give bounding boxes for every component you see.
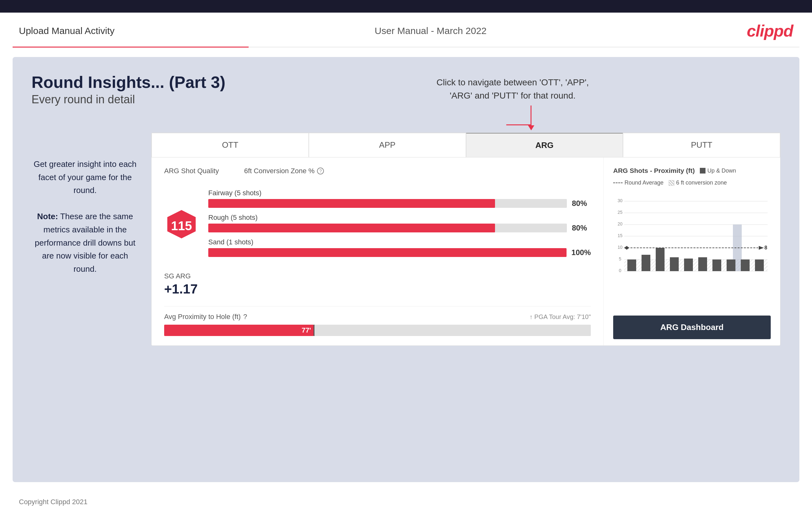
bar-pct-fairway: 80% bbox=[208, 199, 591, 208]
bar-pct-rough: 80% bbox=[208, 224, 591, 232]
clippd-logo: clippd bbox=[747, 21, 793, 40]
tab-arg[interactable]: ARG bbox=[466, 133, 623, 157]
proximity-info-icon[interactable]: ? bbox=[243, 313, 247, 321]
bar-pct-sand: 100% bbox=[208, 248, 591, 257]
bar-label-sand: Sand (1 shots) bbox=[208, 238, 591, 246]
center-label: User Manual - March 2022 bbox=[375, 25, 487, 36]
svg-rect-27 bbox=[755, 260, 764, 271]
panel-body: ARG Shot Quality 6ft Conversion Zone % ? bbox=[152, 158, 780, 345]
insight-text: Get greater insight into each facet of y… bbox=[32, 158, 139, 276]
main-content: Round Insights... (Part 3) Every round i… bbox=[13, 57, 799, 482]
bar-row-fairway: Fairway (5 shots) 80% bbox=[208, 189, 591, 208]
bar-fill-rough bbox=[208, 224, 495, 232]
proximity-bar-value: 77' bbox=[302, 326, 311, 334]
bar-pct-value-fairway: 80% bbox=[572, 199, 591, 208]
page-title: Round Insights... (Part 3) bbox=[32, 73, 780, 92]
top-bar bbox=[0, 0, 812, 13]
hex-score-row: 115 Fairway (5 shots) 80% bbox=[164, 189, 591, 263]
sg-value: +1.17 bbox=[164, 282, 591, 297]
svg-text:20: 20 bbox=[618, 221, 623, 226]
sg-section: SG ARG +1.17 bbox=[164, 272, 591, 297]
dashboard-panel: OTT APP ARG PUTT ARG Shot Quality 6ft Co… bbox=[151, 132, 780, 346]
hex-score: 115 bbox=[164, 209, 199, 243]
arrow-v bbox=[530, 106, 531, 124]
svg-rect-26 bbox=[741, 260, 750, 271]
svg-rect-24 bbox=[712, 260, 721, 271]
svg-rect-17 bbox=[627, 260, 636, 271]
proximity-cursor bbox=[313, 325, 314, 336]
arrow-container bbox=[437, 106, 589, 130]
nav-annotation: Click to navigate between 'OTT', 'APP','… bbox=[437, 76, 589, 130]
bars-section: Fairway (5 shots) 80% Rough (5 shots) bbox=[208, 189, 591, 263]
arrow-down bbox=[528, 125, 535, 130]
hex-number: 115 bbox=[171, 219, 192, 233]
arrow-h bbox=[506, 124, 531, 125]
proximity-header: Avg Proximity to Hole (ft) ? ↑ PGA Tour … bbox=[164, 313, 591, 321]
tab-putt[interactable]: PUTT bbox=[623, 133, 780, 157]
svg-text:8: 8 bbox=[764, 245, 767, 250]
header-divider bbox=[13, 47, 799, 48]
chart-area: 0 5 10 15 20 25 30 bbox=[613, 192, 771, 313]
bar-pct-value-rough: 80% bbox=[572, 224, 591, 232]
shot-quality-label: ARG Shot Quality bbox=[164, 167, 219, 175]
bar-row-sand: Sand (1 shots) 100% bbox=[208, 238, 591, 257]
conversion-label: 6ft Conversion Zone % ? bbox=[244, 167, 324, 175]
svg-text:10: 10 bbox=[618, 245, 623, 250]
legend-6ft: 6 ft conversion zone bbox=[669, 179, 727, 186]
copyright: Copyright Clippd 2021 bbox=[19, 498, 88, 506]
tab-app[interactable]: APP bbox=[309, 133, 466, 157]
bar-pct-value-sand: 100% bbox=[571, 248, 591, 257]
svg-rect-25 bbox=[727, 260, 735, 271]
bar-track-rough bbox=[208, 224, 567, 232]
proximity-bar-fill: 77' bbox=[164, 325, 313, 336]
svg-rect-18 bbox=[642, 255, 650, 271]
legend-hatched-icon bbox=[669, 180, 674, 186]
bar-track-fairway bbox=[208, 199, 567, 208]
legend-round-avg: Round Average bbox=[613, 179, 664, 186]
proximity-label: Avg Proximity to Hole (ft) ? bbox=[164, 313, 247, 321]
arg-dashboard-button[interactable]: ARG Dashboard bbox=[613, 316, 771, 339]
upload-label: Upload Manual Activity bbox=[19, 25, 115, 36]
legend-dashed-icon bbox=[613, 182, 623, 183]
bar-row-rough: Rough (5 shots) 80% bbox=[208, 214, 591, 232]
panel-right: ARG Shots - Proximity (ft) Up & Down Rou… bbox=[604, 158, 780, 345]
logo-area: clippd bbox=[747, 21, 793, 40]
legend-square-icon bbox=[700, 168, 706, 173]
panel-left: ARG Shot Quality 6ft Conversion Zone % ? bbox=[152, 158, 604, 345]
bar-fill-sand bbox=[208, 248, 566, 257]
legend-up-down: Up & Down bbox=[700, 168, 736, 174]
svg-marker-29 bbox=[624, 246, 629, 250]
svg-text:15: 15 bbox=[618, 233, 623, 238]
chart-title: ARG Shots - Proximity (ft) bbox=[613, 167, 695, 174]
bar-fill-fairway bbox=[208, 199, 495, 208]
header: Upload Manual Activity User Manual - Mar… bbox=[0, 13, 812, 47]
footer: Copyright Clippd 2021 bbox=[0, 492, 812, 507]
svg-rect-20 bbox=[670, 257, 679, 271]
svg-text:0: 0 bbox=[619, 268, 621, 273]
svg-text:25: 25 bbox=[618, 210, 623, 215]
info-icon[interactable]: ? bbox=[317, 168, 324, 174]
svg-text:5: 5 bbox=[619, 256, 621, 261]
page-title-section: Round Insights... (Part 3) Every round i… bbox=[32, 73, 780, 106]
svg-rect-19 bbox=[656, 248, 665, 271]
proximity-section: Avg Proximity to Hole (ft) ? ↑ PGA Tour … bbox=[164, 306, 591, 336]
pga-avg: ↑ PGA Tour Avg: 7'10" bbox=[529, 313, 591, 321]
svg-marker-30 bbox=[759, 246, 764, 250]
proximity-bar-track: 77' bbox=[164, 325, 591, 336]
svg-rect-21 bbox=[684, 259, 693, 271]
bar-label-rough: Rough (5 shots) bbox=[208, 214, 591, 222]
chart-header: ARG Shots - Proximity (ft) Up & Down Rou… bbox=[613, 167, 771, 186]
bar-track-sand bbox=[208, 248, 566, 257]
nav-annotation-text: Click to navigate between 'OTT', 'APP','… bbox=[437, 76, 589, 102]
svg-text:30: 30 bbox=[618, 198, 623, 203]
insight-main-text: Get greater insight into each facet of y… bbox=[34, 159, 137, 274]
section-headers: ARG Shot Quality 6ft Conversion Zone % ? bbox=[164, 167, 591, 181]
chart-svg: 0 5 10 15 20 25 30 bbox=[613, 192, 771, 274]
sg-label: SG ARG bbox=[164, 272, 591, 280]
tab-bar: OTT APP ARG PUTT bbox=[152, 133, 780, 158]
svg-rect-23 bbox=[698, 257, 707, 271]
page-subtitle: Every round in detail bbox=[32, 93, 780, 106]
bar-label-fairway: Fairway (5 shots) bbox=[208, 189, 591, 197]
tab-ott[interactable]: OTT bbox=[152, 133, 309, 157]
